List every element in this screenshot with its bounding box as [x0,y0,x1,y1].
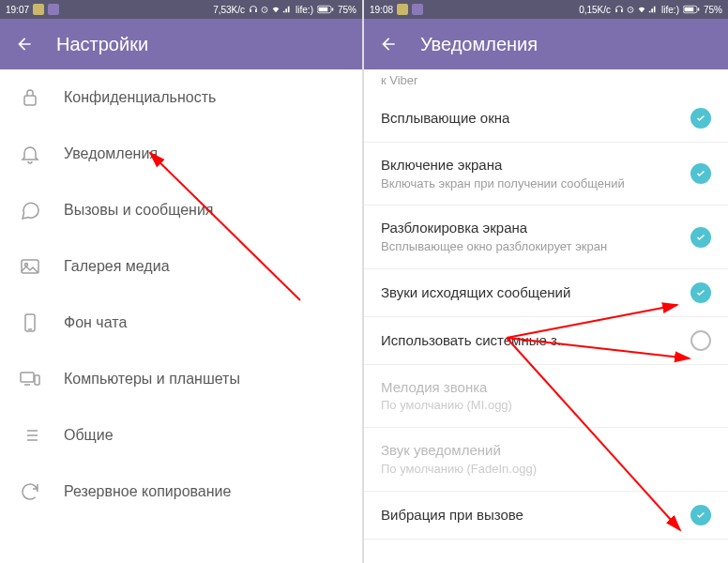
menu-item-devices[interactable]: Компьютеры и планшеты [0,351,362,407]
gallery-icon [19,255,41,278]
page-title: Настройки [56,34,148,55]
setting-row: Мелодия звонкаПо умолчанию (MI.ogg) [364,365,728,428]
headphones-icon [614,5,624,14]
menu-label: Общие [64,427,114,444]
menu-item-backup[interactable]: Резервное копирование [0,464,362,520]
alarm-icon [626,5,635,14]
setting-title: Разблокировка экрана [381,219,679,237]
status-carrier: life:) [296,5,313,15]
svg-rect-3 [332,8,334,11]
status-time: 19:08 [370,5,393,15]
signal-icon [282,5,292,14]
setting-row[interactable]: Разблокировка экранаВсплывающее окно раз… [364,205,728,268]
status-speed: 7,53K/c [213,5,245,15]
setting-subtitle: Включать экран при получении сообщений [381,176,679,192]
status-app-icon [33,4,44,15]
status-speed: 0,15K/c [579,5,611,15]
menu-label: Конфиденциальность [64,89,216,106]
svg-rect-19 [684,8,693,12]
battery-icon [317,5,334,14]
status-indicators [249,5,292,14]
menu-label: Компьютеры и планшеты [64,371,240,388]
battery-icon [683,5,700,14]
setting-row[interactable]: Использовать системные з.. [364,317,728,365]
status-app-icon [397,4,408,15]
toggle-on-icon[interactable] [690,282,711,303]
status-bar-right: 19:08 0,15K/c life:) 75% [364,0,728,19]
back-arrow-icon[interactable] [379,35,398,53]
menu-label: Вызовы и сообщения [64,202,214,219]
status-carrier: life:) [661,5,679,15]
svg-rect-20 [698,8,700,11]
signal-icon [648,5,658,14]
setting-title: Включение экрана [381,156,679,175]
page-title: Уведомления [420,34,538,55]
setting-title: Использовать системные з.. [381,331,679,350]
menu-item-privacy[interactable]: Конфиденциальность [0,69,362,126]
status-time: 19:07 [6,5,29,15]
menu-label: Фон чата [64,314,127,331]
menu-item-notifications[interactable]: Уведомления [0,126,362,182]
status-battery: 75% [338,5,356,15]
headphones-icon [249,5,258,14]
settings-screen: 19:07 7,53K/c life:) 75% Настройки [0,0,364,563]
setting-row: Звук уведомленийПо умолчанию (FadeIn.ogg… [364,428,728,491]
header-left: Настройки [0,19,362,69]
setting-title: Всплывающие окна [381,109,679,128]
setting-subtitle: По умолчанию (FadeIn.ogg) [381,462,711,478]
svg-rect-4 [24,96,36,105]
status-app-icon [48,4,59,15]
status-app-icon [412,4,423,15]
svg-rect-9 [21,373,34,382]
toggle-on-icon[interactable] [690,227,711,248]
status-indicators [614,5,658,14]
back-arrow-icon[interactable] [15,35,34,53]
wifi-icon [637,5,646,14]
lock-icon [19,86,41,109]
setting-row[interactable]: Звуки исходящих сообщений [364,269,728,317]
status-bar-left: 19:07 7,53K/c life:) 75% [0,0,362,19]
setting-title: Звуки исходящих сообщений [381,283,679,302]
menu-label: Галерея медиа [64,258,170,275]
toggle-on-icon[interactable] [690,163,711,184]
toggle-on-icon[interactable] [690,505,711,525]
status-battery: 75% [704,5,722,15]
menu-label: Уведомления [64,145,158,162]
devices-icon [19,368,41,390]
setting-row[interactable]: Включение экранаВключать экран при получ… [364,143,728,205]
settings-menu: Конфиденциальность Уведомления Вызовы и … [0,69,362,563]
menu-item-chat-bg[interactable]: Фон чата [0,295,362,351]
truncated-text: к Viber [364,69,728,95]
setting-subtitle: По умолчанию (MI.ogg) [381,398,711,414]
svg-rect-2 [318,8,327,12]
setting-row[interactable]: Вибрация при вызове [364,492,728,540]
setting-row[interactable]: Всплывающие окна [364,95,728,143]
menu-label: Резервное копирование [64,483,231,500]
header-right: Уведомления [364,19,728,69]
setting-title: Вибрация при вызове [381,506,679,525]
wifi-icon [271,5,281,14]
phone-icon [19,312,41,334]
list-icon [19,424,41,447]
notifications-list: к Viber Всплывающие окнаВключение экрана… [364,69,728,563]
bell-icon [19,143,41,165]
setting-title: Мелодия звонка [381,378,711,397]
menu-item-general[interactable]: Общие [0,407,362,464]
alarm-icon [260,5,269,14]
menu-item-media[interactable]: Галерея медиа [0,238,362,295]
sync-icon [19,480,41,503]
setting-subtitle: Всплывающее окно разблокирует экран [381,239,679,255]
setting-title: Звук уведомлений [381,441,711,460]
message-icon [19,199,41,221]
toggle-off-icon[interactable] [690,330,711,351]
notifications-screen: 19:08 0,15K/c life:) 75% Уведомления [364,0,728,563]
toggle-on-icon[interactable] [690,108,711,129]
menu-item-calls-messages[interactable]: Вызовы и сообщения [0,182,362,238]
svg-rect-10 [35,375,39,385]
